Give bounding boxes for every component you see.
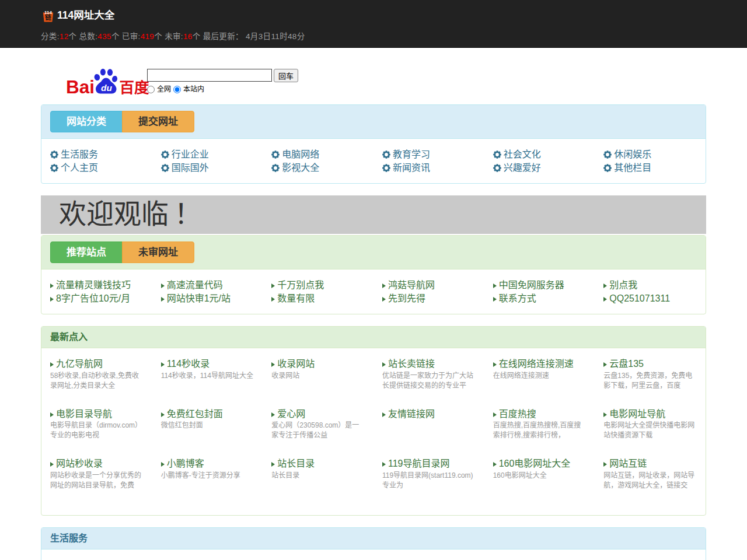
svg-text:链: 链 <box>45 13 52 21</box>
svg-text:百度: 百度 <box>120 79 149 96</box>
svg-text:Bai: Bai <box>66 76 95 96</box>
svg-text:du: du <box>101 83 112 93</box>
